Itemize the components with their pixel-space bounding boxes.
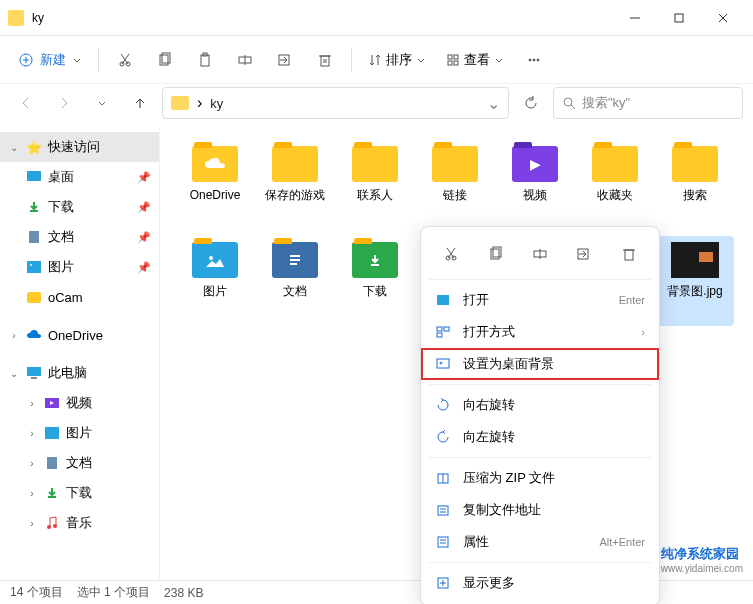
file-label: 图片: [203, 284, 227, 298]
maximize-button[interactable]: [657, 2, 701, 34]
svg-rect-66: [438, 506, 448, 515]
sidebar-item-quick-access[interactable]: ⌄⭐快速访问: [0, 132, 159, 162]
window-icon: [8, 10, 24, 26]
zip-icon: [435, 470, 451, 486]
file-item-folder[interactable]: 链接: [416, 140, 494, 230]
sidebar-item-downloads2[interactable]: ›下载: [0, 478, 159, 508]
file-item-jpg[interactable]: 背景图.jpg: [656, 236, 734, 326]
sidebar-item-documents[interactable]: 文档📌: [0, 222, 159, 252]
sidebar-item-this-pc[interactable]: ⌄此电脑: [0, 358, 159, 388]
svg-point-27: [533, 59, 535, 61]
sidebar-item-desktop[interactable]: 桌面📌: [0, 162, 159, 192]
svg-rect-59: [437, 327, 442, 331]
ctx-copy-button[interactable]: [481, 239, 511, 269]
ctx-show-more[interactable]: 显示更多: [421, 567, 659, 599]
search-placeholder: 搜索"ky": [582, 94, 630, 112]
svg-rect-25: [454, 61, 458, 65]
ctx-set-desktop-bg[interactable]: 设置为桌面背景: [421, 348, 659, 380]
ctx-open[interactable]: 打开Enter: [421, 284, 659, 316]
search-input[interactable]: 搜索"ky": [553, 87, 743, 119]
rename-button[interactable]: [227, 42, 263, 78]
file-item-folder[interactable]: 文档: [256, 236, 334, 326]
context-menu: 打开Enter 打开方式› 设置为桌面背景 向右旋转 向左旋转 压缩为 ZIP …: [420, 226, 660, 604]
file-item-folder[interactable]: 图片: [176, 236, 254, 326]
sidebar-item-pictures[interactable]: 图片📌: [0, 252, 159, 282]
sidebar[interactable]: ⌄⭐快速访问 桌面📌 下载📌 文档📌 图片📌 oCam ›OneDrive ⌄此…: [0, 128, 160, 580]
recent-button[interactable]: [86, 87, 118, 119]
download-icon: [26, 199, 42, 215]
rotate-left-icon: [435, 429, 451, 445]
separator: [98, 48, 99, 72]
file-item-folder[interactable]: 保存的游戏: [256, 140, 334, 230]
close-button[interactable]: [701, 2, 745, 34]
sidebar-item-onedrive[interactable]: ›OneDrive: [0, 320, 159, 350]
address-bar[interactable]: › ky ⌄: [162, 87, 509, 119]
copy-button[interactable]: [147, 42, 183, 78]
pin-icon: 📌: [137, 171, 151, 184]
window-title: ky: [32, 11, 613, 25]
ctx-delete-button[interactable]: [614, 239, 644, 269]
file-item-folder[interactable]: OneDrive: [176, 140, 254, 230]
open-with-icon: [435, 324, 451, 340]
chevron-down-icon[interactable]: ⌄: [487, 94, 500, 113]
file-label: 背景图.jpg: [667, 284, 722, 298]
file-item-folder[interactable]: 搜索: [656, 140, 734, 230]
more-button[interactable]: [516, 42, 552, 78]
up-button[interactable]: [124, 87, 156, 119]
file-label: 链接: [443, 188, 467, 202]
toolbar: 新建 排序 查看: [0, 36, 753, 84]
file-item-folder[interactable]: 联系人: [336, 140, 414, 230]
properties-icon: [435, 534, 451, 550]
file-item-folder[interactable]: ▶视频: [496, 140, 574, 230]
folder-icon: [171, 96, 189, 110]
file-item-folder[interactable]: 收藏夹: [576, 140, 654, 230]
more-icon: [435, 575, 451, 591]
share-button[interactable]: [267, 42, 303, 78]
back-button[interactable]: [10, 87, 42, 119]
path-icon: [435, 502, 451, 518]
svg-point-29: [564, 98, 572, 106]
breadcrumb[interactable]: ky: [210, 96, 223, 111]
ctx-open-with[interactable]: 打开方式›: [421, 316, 659, 348]
ctx-rotate-left[interactable]: 向左旋转: [421, 421, 659, 453]
ctx-compress-zip[interactable]: 压缩为 ZIP 文件: [421, 462, 659, 494]
svg-point-63: [440, 362, 442, 364]
ctx-share-button[interactable]: [569, 239, 599, 269]
file-label: 文档: [283, 284, 307, 298]
svg-point-26: [529, 59, 531, 61]
desktop-bg-icon: [435, 356, 451, 372]
file-thumb: [671, 144, 719, 184]
sidebar-item-pictures2[interactable]: ›图片: [0, 418, 159, 448]
picture-icon: [435, 292, 451, 308]
file-thumb: [431, 144, 479, 184]
rotate-right-icon: [435, 397, 451, 413]
sidebar-item-music[interactable]: ›音乐: [0, 508, 159, 538]
file-thumb: [351, 240, 399, 280]
star-icon: ⭐: [26, 139, 42, 155]
svg-rect-36: [31, 377, 37, 379]
sidebar-item-downloads[interactable]: 下载📌: [0, 192, 159, 222]
svg-rect-32: [29, 231, 39, 243]
ctx-copy-path[interactable]: 复制文件地址: [421, 494, 659, 526]
sidebar-item-video[interactable]: ›视频: [0, 388, 159, 418]
minimize-button[interactable]: [613, 2, 657, 34]
sidebar-item-ocam[interactable]: oCam: [0, 282, 159, 312]
file-item-folder[interactable]: 下载: [336, 236, 414, 326]
ctx-rotate-right[interactable]: 向右旋转: [421, 389, 659, 421]
view-button[interactable]: 查看: [438, 47, 512, 73]
document-icon: [44, 455, 60, 471]
ctx-cut-button[interactable]: [436, 239, 466, 269]
sidebar-item-documents2[interactable]: ›文档: [0, 448, 159, 478]
ctx-properties[interactable]: 属性Alt+Enter: [421, 526, 659, 558]
delete-button[interactable]: [307, 42, 343, 78]
ctx-rename-button[interactable]: [525, 239, 555, 269]
sort-button[interactable]: 排序: [360, 47, 434, 73]
svg-point-34: [30, 264, 32, 266]
file-thumb: [271, 144, 319, 184]
paste-button[interactable]: [187, 42, 223, 78]
forward-button[interactable]: [48, 87, 80, 119]
refresh-button[interactable]: [515, 87, 547, 119]
file-label: OneDrive: [190, 188, 241, 202]
new-button[interactable]: 新建: [10, 47, 90, 73]
cut-button[interactable]: [107, 42, 143, 78]
